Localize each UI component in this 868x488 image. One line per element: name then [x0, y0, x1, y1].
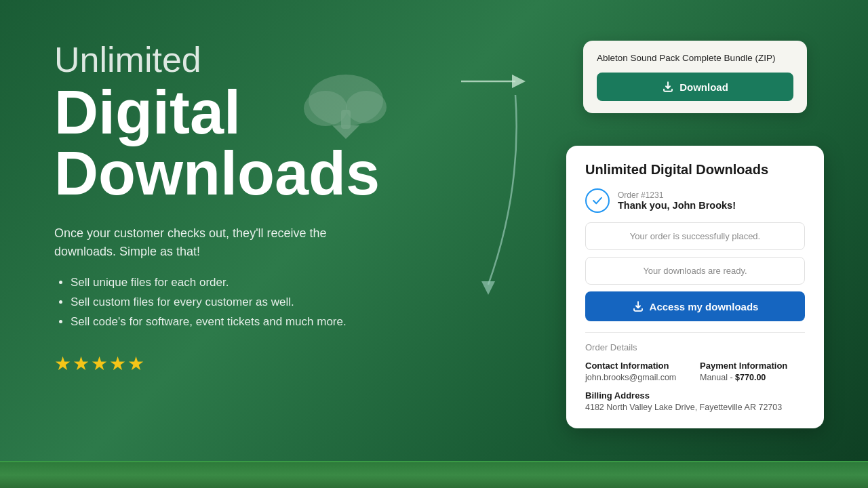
download-card: Ableton Sound Pack Complete Bundle (ZIP)… [583, 41, 807, 113]
contact-info-col: Contact Information john.brooks@gmail.co… [585, 361, 690, 382]
details-grid: Contact Information john.brooks@gmail.co… [585, 361, 805, 382]
payment-label: Payment Information [700, 361, 805, 371]
grass-decoration [0, 461, 868, 488]
order-status-row: Order #1231 Thank you, John Brooks! [585, 188, 805, 213]
payment-info-col: Payment Information Manual - $770.00 [700, 361, 805, 382]
left-panel: Unlimited Digital Downloads Once your cu… [54, 41, 448, 375]
title-line1: Unlimited [54, 41, 448, 79]
order-status-text: Order #1231 Thank you, John Brooks! [618, 190, 736, 211]
order-placed-box: Your order is successfully placed. [585, 222, 805, 250]
billing-section: Billing Address 4182 North Valley Lake D… [585, 390, 805, 412]
svg-marker-6 [512, 75, 526, 88]
order-number: Order #1231 [618, 190, 736, 200]
description-text: Once your customer checks out, they'll r… [54, 224, 380, 261]
access-button-label: Access my downloads [650, 301, 759, 312]
download-button[interactable]: Download [597, 73, 793, 101]
access-downloads-button[interactable]: Access my downloads [585, 291, 805, 321]
contact-label: Contact Information [585, 361, 690, 371]
payment-value: Manual - $770.00 [700, 373, 805, 382]
svg-marker-5 [481, 281, 495, 295]
payment-amount: $770.00 [735, 373, 766, 382]
check-icon [591, 194, 604, 207]
bullet-2: Sell custom files for every customer as … [71, 293, 448, 312]
title-line2: Digital [54, 82, 448, 143]
feature-list: Sell unique files for each order. Sell c… [54, 273, 448, 332]
access-download-icon [632, 300, 644, 312]
order-card-title: Unlimited Digital Downloads [585, 162, 805, 178]
checkmark-circle [585, 188, 610, 213]
title-line3: Downloads [54, 143, 448, 204]
order-details-section: Order Details Contact Information john.b… [585, 332, 805, 412]
bullet-1: Sell unique files for each order. [71, 273, 448, 293]
download-card-file-name: Ableton Sound Pack Complete Bundle (ZIP) [597, 53, 793, 63]
order-details-heading: Order Details [585, 342, 805, 352]
download-icon [662, 81, 674, 93]
bullet-3: Sell code's for software, event tickets … [71, 312, 448, 332]
billing-label: Billing Address [585, 390, 805, 401]
downloads-ready-box: Your downloads are ready. [585, 257, 805, 285]
billing-value: 4182 North Valley Lake Drive, Fayettevil… [585, 403, 805, 412]
star-rating: ★★★★★ [54, 352, 448, 375]
contact-value: john.brooks@gmail.com [585, 373, 690, 382]
download-button-label: Download [679, 81, 728, 93]
thank-you-message: Thank you, John Brooks! [618, 200, 736, 211]
order-card: Unlimited Digital Downloads Order #1231 … [566, 146, 824, 428]
